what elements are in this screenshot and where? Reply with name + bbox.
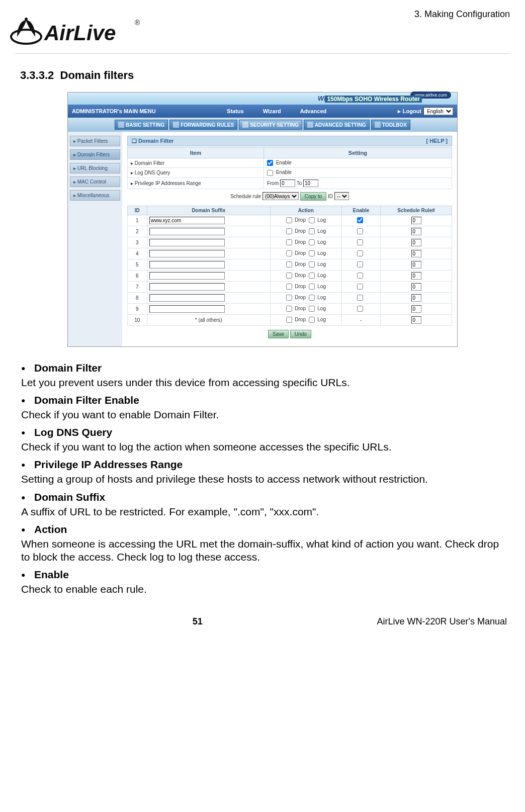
table-row: 7 Drop Log (128, 281, 452, 292)
tab-security[interactable]: SECURITY SETTING (239, 120, 302, 130)
drop-checkbox[interactable] (286, 306, 292, 312)
domain-suffix-input[interactable] (149, 294, 225, 302)
schedule-rule-input[interactable] (411, 294, 421, 302)
undo-button[interactable]: Undo (290, 330, 311, 338)
schedule-rule-input[interactable] (411, 261, 421, 268)
domain-suffix-input[interactable] (149, 228, 225, 235)
header-divider (15, 53, 510, 54)
rule-enable-checkbox[interactable] (357, 217, 363, 223)
rule-enable-checkbox[interactable] (357, 273, 363, 279)
domain-suffix-input[interactable] (149, 305, 225, 313)
log-checkbox[interactable] (309, 239, 315, 245)
table-row: 1 Drop Log (128, 215, 452, 226)
log-checkbox[interactable] (309, 273, 315, 279)
cfg-log-dns-label: Log DNS Query (135, 170, 170, 175)
svg-point-1 (25, 18, 28, 21)
chapter-label: 3. Making Configuration (414, 9, 510, 20)
drop-checkbox[interactable] (286, 284, 292, 290)
nav-status[interactable]: Status (227, 108, 244, 114)
table-row: 5 Drop Log (128, 259, 452, 270)
arrows-icon (173, 122, 179, 128)
drop-checkbox[interactable] (286, 273, 292, 279)
config-table: Item Setting ▸ Domain Filter Enable ▸ Lo… (127, 147, 452, 189)
drop-checkbox[interactable] (286, 239, 292, 245)
schedule-rule-select[interactable]: (00)Always (262, 192, 299, 200)
schedule-id-select[interactable]: -- (334, 192, 349, 200)
col-setting: Setting (264, 148, 452, 158)
schedule-rule-input[interactable] (411, 228, 421, 235)
sidebar-item-misc[interactable]: ▸ Miscellaneous (70, 190, 120, 201)
page-number: 51 (193, 616, 203, 627)
doc-bullet-title: Log DNS Query (21, 426, 507, 438)
log-checkbox[interactable] (309, 306, 315, 312)
nav-wizard[interactable]: Wizard (263, 108, 281, 114)
log-checkbox[interactable] (309, 228, 315, 234)
cfg-domain-filter-label: Domain Filter (135, 160, 164, 166)
sidebar-item-url-blocking[interactable]: ▸ URL Blocking (70, 163, 120, 173)
section-heading: 3.3.3.2 Domain filters (20, 69, 510, 82)
sidebar-item-mac-control[interactable]: ▸ MAC Control (70, 176, 120, 187)
rule-enable-checkbox[interactable] (357, 261, 363, 267)
help-link[interactable]: [ HELP ] (426, 138, 448, 144)
schedule-rule-input[interactable] (411, 305, 421, 313)
manual-title: AirLive WN-220R User's Manual (377, 616, 507, 627)
svg-point-0 (11, 30, 41, 44)
tab-advanced-setting[interactable]: ADVANCED SETTING (304, 120, 370, 130)
log-checkbox[interactable] (309, 250, 315, 256)
priv-from-input[interactable] (280, 179, 295, 187)
doc-bullet-title: Domain Suffix (21, 491, 507, 503)
rule-enable-checkbox[interactable] (357, 228, 363, 234)
domain-suffix-input[interactable] (149, 239, 225, 246)
schedule-rule-input[interactable] (411, 239, 421, 246)
drop-checkbox[interactable] (286, 228, 292, 234)
sub-nav: BASIC SETTING FORWARDING RULES SECURITY … (68, 118, 457, 132)
save-button[interactable]: Save (268, 330, 289, 338)
cfg-priv-range-label: Privilege IP Addresses Range (135, 181, 201, 186)
rule-enable-checkbox[interactable] (357, 295, 363, 301)
nav-logout[interactable]: Logout (403, 108, 421, 114)
log-checkbox[interactable] (309, 284, 315, 290)
doc-bullet-title: Privilege IP Addresses Range (21, 459, 507, 471)
schedule-rule-input[interactable] (411, 217, 421, 224)
copy-to-button[interactable]: Copy to (300, 192, 326, 201)
schedule-rule-input[interactable] (411, 316, 421, 324)
drop-checkbox[interactable] (286, 261, 292, 267)
sidebar-item-packet-filters[interactable]: ▸ Packet Filters (70, 136, 120, 146)
drop-checkbox[interactable] (286, 317, 292, 323)
tab-toolbox[interactable]: TOOLBOX (371, 120, 410, 130)
log-checkbox[interactable] (309, 261, 315, 267)
log-dns-checkbox[interactable] (267, 170, 273, 176)
domain-filter-enable-checkbox[interactable] (267, 160, 273, 166)
rule-enable-checkbox[interactable] (357, 284, 363, 290)
log-checkbox[interactable] (309, 295, 315, 301)
table-row: 3 Drop Log (128, 237, 452, 248)
schedule-rule-input[interactable] (411, 283, 421, 291)
schedule-rule-input[interactable] (411, 250, 421, 257)
rule-enable-checkbox[interactable] (357, 306, 363, 312)
sidebar-item-domain-filters[interactable]: ▸ Domain Filters (70, 149, 120, 160)
priv-to-input[interactable] (303, 179, 318, 187)
table-row: 6 Drop Log (128, 270, 452, 281)
domain-suffix-input[interactable] (149, 272, 225, 280)
log-checkbox[interactable] (309, 317, 315, 323)
rule-enable-checkbox[interactable] (357, 250, 363, 256)
drop-checkbox[interactable] (286, 217, 292, 223)
table-row: 10* (all others) Drop Log- (128, 314, 452, 325)
domain-suffix-input[interactable] (149, 217, 225, 224)
drop-checkbox[interactable] (286, 250, 292, 256)
tab-basic[interactable]: BASIC SETTING (115, 120, 168, 130)
log-checkbox[interactable] (309, 217, 315, 223)
schedule-rule-input[interactable] (411, 272, 421, 280)
tab-forwarding[interactable]: FORWARDING RULES (169, 120, 237, 130)
admin-menu-label: ADMINISTRATOR's MAIN MENU (72, 108, 156, 114)
rule-enable-checkbox[interactable] (357, 239, 363, 245)
doc-bullet-text: Check if you want to enable Domain Filte… (21, 408, 507, 421)
lang-select[interactable]: English (423, 107, 453, 115)
drop-checkbox[interactable] (286, 295, 292, 301)
domain-suffix-input[interactable] (149, 261, 225, 268)
domain-suffix-input[interactable] (149, 250, 225, 257)
doc-bullet-text: Setting a group of hosts and privilege t… (21, 473, 507, 486)
doc-text: Domain FilterLet you prevent users under… (15, 362, 510, 596)
domain-suffix-input[interactable] (149, 283, 225, 291)
nav-advanced[interactable]: Advanced (300, 108, 327, 114)
